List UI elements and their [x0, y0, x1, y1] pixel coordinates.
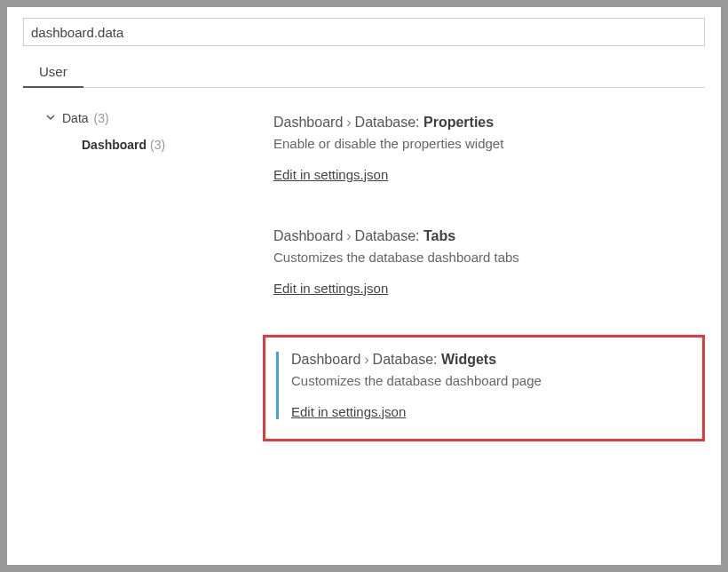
- setting-widgets-highlighted: Dashboard›Database: Widgets Customizes t…: [263, 335, 705, 441]
- breadcrumb-separator: ›: [343, 228, 354, 243]
- setting-name: Widgets: [441, 352, 496, 367]
- sidebar-sub-count: (3): [150, 138, 165, 152]
- edit-in-settings-json-link[interactable]: Edit in settings.json: [273, 281, 388, 296]
- tab-user[interactable]: User: [23, 57, 83, 88]
- setting-crumb2: Database:: [355, 115, 420, 130]
- sidebar-group-label: Data: [62, 111, 89, 125]
- setting-name: Properties: [423, 115, 494, 130]
- settings-content: Dashboard›Database: Properties Enable or…: [263, 104, 705, 565]
- breadcrumb-separator: ›: [343, 115, 354, 130]
- setting-title: Dashboard›Database: Tabs: [273, 228, 694, 244]
- settings-window: User Data (3) Dashboard (3) Dashboard›Da…: [7, 7, 721, 565]
- setting-name: Tabs: [423, 228, 455, 243]
- settings-body: Data (3) Dashboard (3) Dashboard›Databas…: [7, 88, 721, 565]
- setting-desc: Customizes the database dashboard tabs: [273, 250, 694, 265]
- setting-crumb2: Database:: [355, 228, 420, 243]
- setting-crumb1: Dashboard: [273, 228, 343, 243]
- sidebar-sub-dashboard[interactable]: Dashboard (3): [44, 129, 263, 152]
- edit-in-settings-json-link[interactable]: Edit in settings.json: [291, 404, 406, 419]
- search-wrap: [7, 7, 721, 46]
- tabs-underline: User: [23, 57, 705, 88]
- edit-in-settings-json-link[interactable]: Edit in settings.json: [273, 167, 388, 182]
- chevron-down-icon: [44, 112, 57, 124]
- setting-desc: Customizes the database dashboard page: [291, 373, 688, 388]
- setting-crumb1: Dashboard: [273, 115, 343, 130]
- setting-crumb1: Dashboard: [291, 352, 360, 367]
- breadcrumb-separator: ›: [360, 352, 372, 367]
- setting-inner-selected: Dashboard›Database: Widgets Customizes t…: [276, 352, 688, 419]
- sidebar-group-count: (3): [94, 111, 109, 125]
- sidebar-sub-label: Dashboard: [82, 138, 146, 152]
- settings-search-input[interactable]: [23, 18, 705, 46]
- sidebar-group-data[interactable]: Data (3): [44, 107, 263, 129]
- setting-title: Dashboard›Database: Widgets: [291, 352, 688, 368]
- setting-tabs: Dashboard›Database: Tabs Customizes the …: [263, 221, 705, 314]
- setting-crumb2: Database:: [373, 352, 438, 367]
- setting-title: Dashboard›Database: Properties: [273, 115, 694, 131]
- settings-sidebar: Data (3) Dashboard (3): [23, 104, 263, 565]
- setting-desc: Enable or disable the properties widget: [273, 136, 694, 151]
- tabs-row: User: [7, 46, 721, 88]
- setting-properties: Dashboard›Database: Properties Enable or…: [263, 107, 705, 200]
